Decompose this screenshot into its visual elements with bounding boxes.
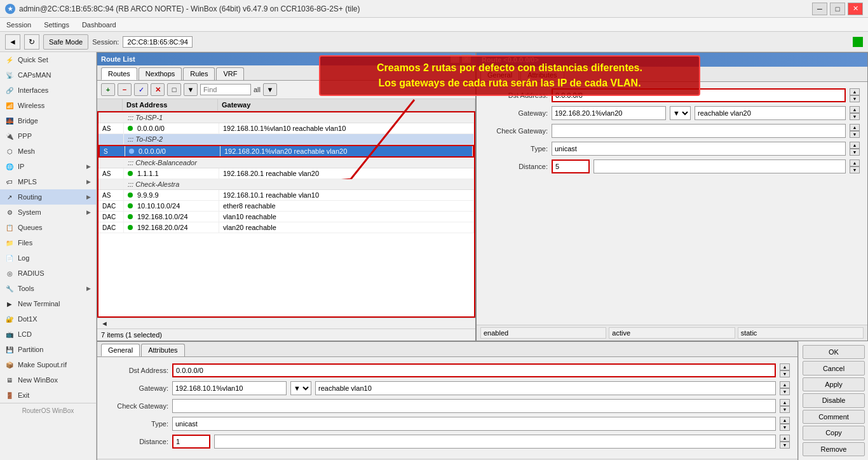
copy-button[interactable]: Copy	[803, 426, 865, 440]
bottom-dst-down[interactable]: ▼	[780, 370, 790, 377]
sidebar-item-new-winbox[interactable]: 🖥 New WinBox	[0, 372, 96, 388]
sidebar-item-routing[interactable]: ↗ Routing ▶	[0, 189, 96, 205]
disable-route-button[interactable]: ✕	[151, 83, 165, 96]
detail-distance-extra[interactable]	[593, 159, 846, 173]
cancel-button[interactable]: Cancel	[803, 361, 865, 375]
add-route-button[interactable]: +	[101, 83, 115, 96]
bottom-gateway-down[interactable]: ▼	[780, 388, 790, 395]
group-row-balanceador[interactable]: ::: Check-Balanceador	[98, 158, 474, 168]
detail-gateway-status[interactable]	[695, 106, 846, 120]
tab-rules[interactable]: Rules	[183, 67, 215, 80]
dst-down-arrow[interactable]: ▼	[850, 95, 860, 102]
bottom-tab-attributes[interactable]: Attributes	[141, 344, 184, 356]
distance-down[interactable]: ▼	[850, 166, 860, 173]
menu-settings[interactable]: Settings	[41, 20, 72, 30]
route-row-5[interactable]: DAC 10.10.10.0/24 ether8 reachable	[98, 201, 474, 212]
apply-button[interactable]: Apply	[803, 377, 865, 391]
bottom-check-gateway-input[interactable]	[172, 399, 776, 413]
route-row-4[interactable]: AS 9.9.9.9 192.168.10.1 reachable vlan10	[98, 190, 474, 201]
sidebar-item-mpls[interactable]: 🏷 MPLS ▶	[0, 174, 96, 189]
detail-check-gateway-input[interactable]	[552, 124, 846, 138]
remove-button[interactable]: Remove	[803, 442, 865, 456]
detail-gateway-input[interactable]	[552, 106, 666, 120]
bottom-type-up[interactable]: ▲	[780, 417, 790, 424]
bottom-gateway-input[interactable]	[172, 381, 287, 395]
bottom-distance-up[interactable]: ▲	[780, 435, 790, 442]
route-list-close[interactable]: ✕	[461, 55, 471, 64]
bottom-gateway-up[interactable]: ▲	[780, 381, 790, 388]
sidebar-item-make-supout[interactable]: 📦 Make Supout.rif	[0, 357, 96, 372]
bottom-gateway-dropdown[interactable]: ▼	[290, 381, 311, 395]
copy-route-button[interactable]: □	[167, 83, 181, 96]
bottom-type-down[interactable]: ▼	[780, 424, 790, 431]
type-up[interactable]: ▲	[850, 142, 860, 149]
detail-tab-general[interactable]: General	[480, 69, 519, 81]
sidebar-item-quick-set[interactable]: ⚡ Quick Set	[0, 52, 96, 67]
bottom-tab-general[interactable]: General	[101, 344, 140, 356]
safe-mode-button[interactable]: Safe Mode	[43, 34, 88, 50]
back-button[interactable]: ◄	[5, 34, 20, 50]
ok-button[interactable]: OK	[803, 345, 865, 359]
dst-up-arrow[interactable]: ▲	[850, 88, 860, 95]
detail-dst-input[interactable]	[552, 88, 846, 102]
sidebar-item-queues[interactable]: 📋 Queues	[0, 220, 96, 235]
gateway-up-arrow[interactable]: ▲	[850, 106, 860, 113]
disable-button[interactable]: Disable	[803, 393, 865, 407]
route-list-maximize[interactable]: □	[450, 55, 460, 64]
comment-button[interactable]: Comment	[803, 410, 865, 424]
group-row-isp1[interactable]: ::: To-ISP-1	[98, 112, 474, 123]
type-down[interactable]: ▼	[850, 149, 860, 156]
sidebar-item-mesh[interactable]: ⬡ Mesh	[0, 144, 96, 159]
route-row-7[interactable]: DAC 192.168.20.0/24 vlan20 reachable	[98, 222, 474, 233]
sidebar-item-new-terminal[interactable]: ▶ New Terminal	[0, 296, 96, 311]
bottom-distance-extra[interactable]	[214, 435, 776, 449]
sidebar-item-capsman[interactable]: 📡 CAPsMAN	[0, 67, 96, 83]
menu-dashboard[interactable]: Dashboard	[79, 20, 119, 30]
bottom-dst-up[interactable]: ▲	[780, 363, 790, 370]
tab-routes[interactable]: Routes	[101, 67, 137, 80]
tab-vrf[interactable]: VRF	[216, 67, 244, 80]
detail-distance-input[interactable]	[552, 159, 590, 173]
enable-route-button[interactable]: ✓	[134, 83, 148, 96]
find-input[interactable]	[200, 84, 251, 95]
route-row-6[interactable]: DAC 192.168.10.0/24 vlan10 reachable	[98, 212, 474, 222]
gateway-down-arrow[interactable]: ▼	[850, 113, 860, 120]
find-dropdown-button[interactable]: ▼	[263, 83, 277, 96]
bottom-gateway-status[interactable]	[315, 381, 776, 395]
check-gateway-up[interactable]: ▲	[850, 124, 860, 131]
group-row-alestra[interactable]: ::: Check-Alestra	[98, 179, 474, 190]
menu-session[interactable]: Session	[4, 20, 34, 30]
sidebar-item-ip[interactable]: 🌐 IP ▶	[0, 159, 96, 174]
route-row-1[interactable]: AS 0.0.0.0/0 192.168.10.1%vlan10 reachab…	[98, 123, 474, 134]
filter-button[interactable]: ▼	[184, 83, 198, 96]
sidebar-item-system[interactable]: ⚙ System ▶	[0, 205, 96, 220]
bottom-check-down[interactable]: ▼	[780, 406, 790, 413]
route-row-2[interactable]: S 0.0.0.0/0 192.168.20.1%vlan20 reachabl…	[98, 145, 474, 158]
sidebar-item-bridge[interactable]: 🌉 Bridge	[0, 113, 96, 128]
close-button[interactable]: ✕	[848, 3, 863, 15]
bottom-check-up[interactable]: ▲	[780, 399, 790, 406]
sidebar-item-ppp[interactable]: 🔌 PPP	[0, 128, 96, 144]
refresh-button[interactable]: ↻	[24, 34, 39, 50]
remove-route-button[interactable]: −	[118, 83, 132, 96]
check-gateway-down[interactable]: ▼	[850, 131, 860, 138]
detail-tab-attributes[interactable]: Attributes	[520, 69, 564, 81]
bottom-dst-input[interactable]	[172, 363, 776, 377]
bottom-distance-down[interactable]: ▼	[780, 442, 790, 449]
sidebar-item-exit[interactable]: 🚪 Exit	[0, 388, 96, 403]
sidebar-item-files[interactable]: 📁 Files	[0, 235, 96, 250]
sidebar-item-partition[interactable]: 💾 Partition	[0, 342, 96, 357]
bottom-distance-input[interactable]	[172, 435, 210, 449]
sidebar-item-log[interactable]: 📄 Log	[0, 250, 96, 266]
minimize-button[interactable]: ─	[812, 3, 827, 15]
tab-nexthops[interactable]: Nexthops	[139, 67, 182, 80]
group-row-isp2[interactable]: ::: To-ISP-2	[98, 134, 474, 145]
distance-up[interactable]: ▲	[850, 159, 860, 166]
route-row-3[interactable]: AS 1.1.1.1 192.168.20.1 reachable vlan20	[98, 168, 474, 179]
sidebar-item-wireless[interactable]: 📶 Wireless	[0, 98, 96, 113]
sidebar-item-radius[interactable]: ◎ RADIUS	[0, 266, 96, 281]
maximize-button[interactable]: □	[830, 3, 845, 15]
sidebar-item-lcd[interactable]: 📺 LCD	[0, 327, 96, 342]
sidebar-item-interfaces[interactable]: 🔗 Interfaces	[0, 83, 96, 98]
sidebar-item-dot1x[interactable]: 🔐 Dot1X	[0, 311, 96, 327]
